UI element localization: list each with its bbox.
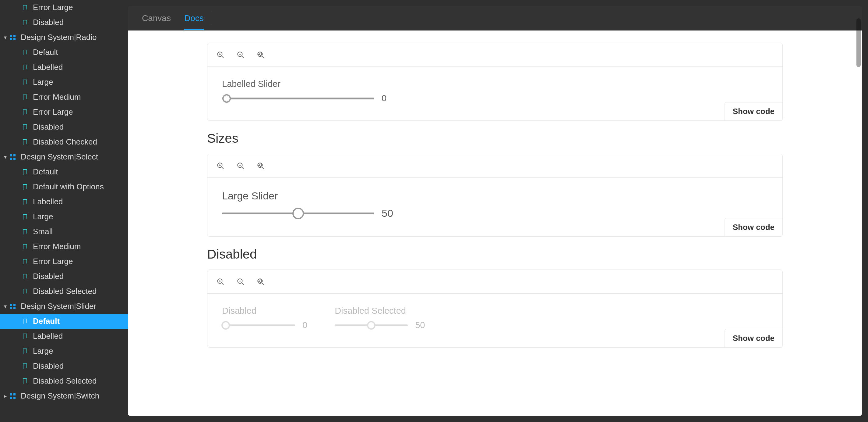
tab-canvas[interactable]: Canvas: [135, 6, 178, 30]
zoom-in-icon[interactable]: [216, 50, 225, 59]
preview-toolbar: [208, 154, 782, 178]
sidebar-story[interactable]: Labelled: [0, 194, 128, 209]
chevron-down-icon[interactable]: [2, 34, 8, 41]
show-code-button[interactable]: Show code: [724, 102, 783, 121]
show-code-label: Show code: [733, 107, 775, 116]
sidebar-story[interactable]: Large: [0, 344, 128, 359]
sidebar-item-label: Error Large: [33, 107, 128, 117]
bookmark-icon: [21, 378, 29, 384]
show-code-button[interactable]: Show code: [724, 218, 783, 236]
preview-card-disabled: Disabled 0 Disabled Selected: [207, 270, 783, 347]
sidebar-story[interactable]: Small: [0, 224, 128, 239]
svg-line-8: [261, 56, 264, 58]
sidebar-story[interactable]: Default with Options: [0, 179, 128, 194]
docs-canvas: Labelled Slider 0 Show code Sizes: [128, 30, 862, 416]
sidebar-group[interactable]: Design System|Switch: [0, 389, 128, 403]
chevron-down-icon[interactable]: [2, 303, 8, 310]
zoom-in-icon[interactable]: [216, 277, 225, 286]
sidebar-item-label: Large: [33, 346, 128, 356]
sidebar-story[interactable]: Default: [0, 314, 128, 329]
slider-row: 0: [222, 93, 386, 103]
bookmark-icon: [21, 169, 29, 175]
slider-track[interactable]: [222, 213, 374, 214]
zoom-reset-icon[interactable]: [256, 50, 265, 59]
preview-card-sizes: Large Slider 50 Show code: [207, 154, 783, 236]
zoom-out-icon[interactable]: [236, 277, 245, 286]
bookmark-icon: [21, 199, 29, 205]
scrollbar[interactable]: [857, 18, 861, 67]
slider-thumb[interactable]: [222, 94, 231, 103]
slider-track: [222, 325, 295, 326]
bookmark-icon: [21, 244, 29, 249]
sidebar-story[interactable]: Large: [0, 209, 128, 224]
slider-value: 0: [382, 93, 386, 103]
chevron-right-icon[interactable]: [2, 393, 8, 399]
bookmark-icon: [21, 319, 29, 324]
slider-labelled: Labelled Slider 0: [222, 79, 386, 103]
chevron-down-icon[interactable]: [2, 154, 8, 160]
zoom-out-icon[interactable]: [236, 50, 245, 59]
sidebar-group[interactable]: Design System|Slider: [0, 299, 128, 314]
slider-track: [335, 325, 408, 326]
sidebar-item-label: Disabled Selected: [33, 287, 128, 296]
sidebar-story[interactable]: Error Medium: [0, 239, 128, 254]
sidebar-story[interactable]: Disabled: [0, 269, 128, 284]
sidebar-story[interactable]: Disabled Checked: [0, 135, 128, 149]
sidebar-story[interactable]: Error Medium: [0, 90, 128, 105]
sidebar-story[interactable]: Default: [0, 45, 128, 60]
sidebar-item-label: Error Medium: [33, 242, 128, 251]
slider-label: Disabled Selected: [335, 306, 425, 316]
sidebar-story[interactable]: Error Large: [0, 254, 128, 269]
zoom-reset-icon[interactable]: [256, 277, 265, 286]
svg-line-1: [221, 56, 223, 58]
sidebar-story[interactable]: Disabled Selected: [0, 373, 128, 389]
slider-value: 0: [303, 320, 307, 330]
component-icon: [9, 35, 17, 40]
slider-row: 50: [335, 320, 425, 330]
sidebar-group[interactable]: Design System|Select: [0, 149, 128, 164]
slider-track[interactable]: [222, 97, 374, 100]
sidebar-story[interactable]: Disabled Selected: [0, 284, 128, 299]
component-icon: [9, 154, 17, 160]
bookmark-icon: [21, 110, 29, 115]
component-icon: [9, 393, 17, 399]
sidebar-story[interactable]: Disabled: [0, 359, 128, 373]
sidebar-story[interactable]: Disabled: [0, 15, 128, 30]
slider-value: 50: [415, 320, 425, 330]
bookmark-icon: [21, 184, 29, 190]
sidebar-item-label: Disabled Selected: [33, 376, 128, 386]
slider-thumb: [221, 321, 230, 330]
slider-row: 50: [222, 207, 393, 219]
bookmark-icon: [21, 5, 29, 10]
slider-large: Large Slider 50: [222, 190, 393, 219]
preview-body: Large Slider 50: [208, 178, 782, 236]
sidebar-story[interactable]: Labelled: [0, 60, 128, 75]
sidebar-item-label: Error Medium: [33, 92, 128, 102]
zoom-reset-icon[interactable]: [256, 161, 265, 170]
sidebar-item-label: Error Large: [33, 257, 128, 266]
tab-docs[interactable]: Docs: [178, 6, 211, 30]
sidebar-story[interactable]: Error Large: [0, 105, 128, 119]
slider-disabled: Disabled 0: [222, 306, 307, 330]
bookmark-icon: [21, 348, 29, 354]
slider-thumb[interactable]: [292, 208, 304, 219]
sidebar-story[interactable]: Default: [0, 164, 128, 179]
sidebar-item-label: Labelled: [33, 197, 128, 206]
sidebar-story[interactable]: Disabled: [0, 119, 128, 135]
zoom-out-icon[interactable]: [236, 161, 245, 170]
section-heading-sizes: Sizes: [207, 131, 783, 146]
bookmark-icon: [21, 289, 29, 294]
sidebar-story[interactable]: Large: [0, 75, 128, 90]
sidebar-story[interactable]: Error Large: [0, 0, 128, 15]
show-code-button[interactable]: Show code: [724, 329, 783, 347]
slider-disabled-selected: Disabled Selected 50: [335, 306, 425, 330]
slider-value: 50: [382, 207, 393, 219]
sidebar-item-label: Disabled: [33, 361, 128, 371]
sidebar-group[interactable]: Design System|Radio: [0, 30, 128, 45]
sidebar-item-label: Disabled: [33, 272, 128, 281]
sidebar-item-label: Labelled: [33, 62, 128, 72]
zoom-in-icon[interactable]: [216, 161, 225, 170]
preview-body: Labelled Slider 0: [208, 67, 782, 120]
sidebar-story[interactable]: Labelled: [0, 329, 128, 344]
sidebar-item-label: Default: [33, 316, 128, 326]
